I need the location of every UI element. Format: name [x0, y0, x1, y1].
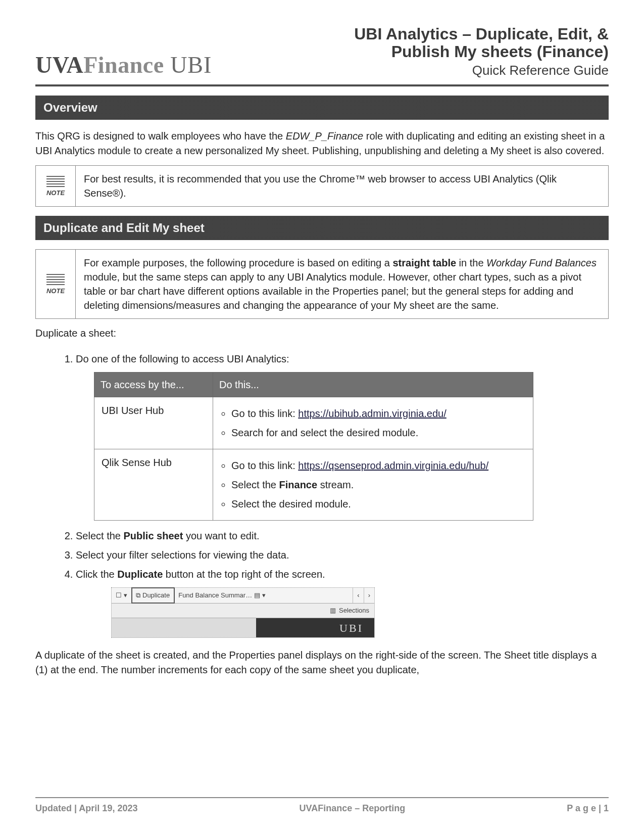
- sheet-icon: ▤: [254, 590, 260, 601]
- selections-label[interactable]: Selections: [339, 606, 369, 616]
- bookmark-button[interactable]: ☐ ▾: [112, 588, 132, 603]
- access-table: To access by the... Do this... UBI User …: [94, 372, 533, 521]
- section-overview: Overview: [35, 96, 609, 120]
- bookmark-icon: ☐: [116, 590, 122, 601]
- title-block: UBI Analytics – Duplicate, Edit, & Publi…: [354, 25, 609, 78]
- note-lines-icon: [46, 176, 65, 187]
- overview-paragraph: This QRG is designed to walk employees w…: [35, 129, 609, 158]
- chevron-down-icon: ▾: [262, 590, 266, 601]
- logo-finance: Finance: [83, 52, 164, 78]
- ubi-watermark: UBI: [339, 619, 363, 637]
- qlik-screenshot: ☐ ▾ ⧉ Duplicate Fund Balance Summar… ▤ ▾…: [111, 587, 375, 638]
- cell-ubi-hub: UBI User Hub: [94, 397, 213, 449]
- note-2-text: For example purposes, the following proc…: [76, 250, 608, 318]
- prev-sheet-button[interactable]: ‹: [353, 588, 364, 603]
- closing-paragraph: A duplicate of the sheet is created, and…: [35, 648, 609, 677]
- step-4: Click the Duplicate button at the top ri…: [76, 566, 609, 638]
- duplicate-intro: Duplicate a sheet:: [35, 326, 609, 341]
- footer-page: P a g e | 1: [567, 803, 609, 814]
- duplicate-icon: ⧉: [136, 590, 140, 601]
- note-box-1: NOTE For best results, it is recommended…: [35, 165, 609, 207]
- step-3: Select your filter selections for viewin…: [76, 547, 609, 563]
- note-icon: NOTE: [36, 166, 76, 206]
- selections-icon: ▥: [330, 606, 336, 616]
- sheet-name: Fund Balance Summar…: [178, 590, 252, 601]
- list-item: Search for and select the desired module…: [231, 425, 526, 441]
- logo-uva: UVA: [35, 52, 83, 78]
- role-name: EDW_P_Finance: [286, 130, 363, 142]
- cell-ubi-hub-steps: Go to this link: https://ubihub.admin.vi…: [213, 397, 533, 449]
- note-lines-icon: [46, 274, 65, 285]
- table-row: Qlik Sense Hub Go to this link: https://…: [94, 449, 533, 521]
- note-label: NOTE: [46, 189, 65, 197]
- list-item: Select the Finance stream.: [231, 477, 526, 493]
- header-rule: [35, 84, 609, 86]
- doc-subtitle: Quick Reference Guide: [354, 63, 609, 78]
- duplicate-button[interactable]: ⧉ Duplicate: [132, 588, 174, 603]
- ubihub-link[interactable]: https://ubihub.admin.virginia.edu/: [298, 408, 447, 419]
- th-access-by: To access by the...: [94, 373, 213, 397]
- logo: UVAFinance UBI: [35, 52, 212, 78]
- cell-qlik-hub-steps: Go to this link: https://qsenseprod.admi…: [213, 449, 533, 521]
- step-1: Do one of the following to access UBI An…: [76, 351, 609, 521]
- doc-title-line2: Publish My sheets (Finance): [354, 43, 609, 61]
- note-label: NOTE: [46, 287, 65, 295]
- note-1-text: For best results, it is recommended that…: [76, 166, 608, 206]
- footer-center: UVAFinance – Reporting: [300, 803, 406, 814]
- section-duplicate: Duplicate and Edit My sheet: [35, 216, 609, 240]
- footer-updated: Updated | April 19, 2023: [35, 803, 137, 814]
- note-box-2: NOTE For example purposes, the following…: [35, 249, 609, 319]
- list-item: Go to this link: https://ubihub.admin.vi…: [231, 405, 526, 422]
- table-row: UBI User Hub Go to this link: https://ub…: [94, 397, 533, 449]
- cell-qlik-hub: Qlik Sense Hub: [94, 449, 213, 521]
- footer: Updated | April 19, 2023 UVAFinance – Re…: [35, 797, 609, 814]
- next-sheet-button[interactable]: ›: [364, 588, 374, 603]
- list-item: Go to this link: https://qsenseprod.admi…: [231, 457, 526, 474]
- logo-ubi: UBI: [164, 52, 212, 78]
- duplicate-label: Duplicate: [142, 590, 170, 601]
- qsense-link[interactable]: https://qsenseprod.admin.virginia.edu/hu…: [298, 460, 488, 471]
- th-do-this: Do this...: [213, 373, 533, 397]
- note-icon: NOTE: [36, 250, 76, 318]
- chevron-down-icon: ▾: [124, 590, 127, 601]
- doc-title-line1: UBI Analytics – Duplicate, Edit, &: [354, 25, 609, 43]
- sheet-dropdown[interactable]: Fund Balance Summar… ▤ ▾: [174, 588, 353, 603]
- step-2: Select the Public sheet you want to edit…: [76, 528, 609, 544]
- steps-list: Do one of the following to access UBI An…: [56, 351, 609, 638]
- list-item: Select the desired module.: [231, 496, 526, 512]
